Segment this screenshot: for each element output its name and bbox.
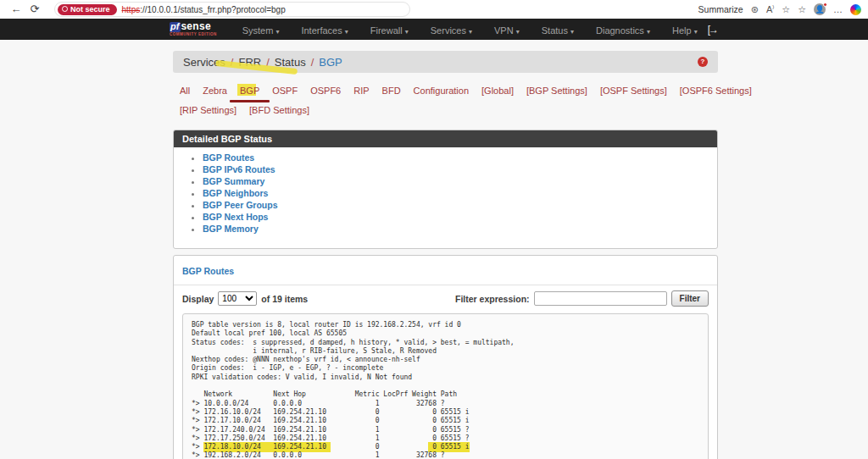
nav-item-services[interactable]: Services ▾ xyxy=(431,25,472,36)
active-tab-underline xyxy=(230,100,270,102)
tab-bgp[interactable]: BGP xyxy=(240,86,259,96)
chevron-down-icon: ▾ xyxy=(570,28,574,36)
tab-all[interactable]: All xyxy=(180,86,190,96)
tab-zebra[interactable]: Zebra xyxy=(203,86,227,96)
pfsense-navbar: pfsense COMMUNITY EDITION System ▾Interf… xyxy=(0,19,868,40)
tab-ospf6[interactable]: OSPF6 xyxy=(310,86,341,96)
reload-icon[interactable]: ⟳ xyxy=(25,0,44,19)
tab-ospf[interactable]: OSPF xyxy=(272,86,298,96)
notification-dot xyxy=(823,3,827,7)
chevron-down-icon: ▾ xyxy=(694,28,698,36)
breadcrumb-services: Services xyxy=(183,56,225,69)
nav-item-vpn[interactable]: VPN ▾ xyxy=(494,25,520,36)
divider xyxy=(174,285,717,285)
chevron-down-icon: ▾ xyxy=(275,28,279,36)
filter-expression-label: Filter expression: xyxy=(455,294,530,304)
url-text[interactable]: https://10.0.0.1/status_frr.php?protocol… xyxy=(122,5,286,14)
link-bgp-memory[interactable]: BGP Memory xyxy=(203,224,259,234)
url-scheme-struck: https xyxy=(122,5,141,14)
breadcrumb-status: Status xyxy=(275,56,306,69)
link-bgp-neighbors[interactable]: BGP Neighbors xyxy=(203,188,268,198)
logo-sense-text: sense xyxy=(181,21,211,31)
chevron-down-icon: ▾ xyxy=(516,28,520,36)
breadcrumb-frr: FRR xyxy=(238,56,261,69)
tab-configuration[interactable]: Configuration xyxy=(414,86,469,96)
detailed-bgp-status-panel: Detailed BGP Status BGP RoutesBGP IPv6 R… xyxy=(173,130,718,249)
address-bar[interactable]: Not secure https://10.0.0.1/status_frr.p… xyxy=(54,2,410,17)
list-item: BGP Memory xyxy=(203,224,709,234)
profile-avatar[interactable]: 👤 xyxy=(814,3,826,15)
nav-item-firewall[interactable]: Firewall ▾ xyxy=(370,25,409,36)
bgp-route-output: BGP table version is 8, local router ID … xyxy=(182,313,709,459)
not-secure-badge[interactable]: Not secure xyxy=(58,4,117,15)
filter-expression-input[interactable] xyxy=(534,291,667,306)
more-menu-icon[interactable]: … xyxy=(833,4,843,14)
list-item: BGP Next Hops xyxy=(203,213,709,222)
breadcrumb-bgp-link[interactable]: BGP xyxy=(319,56,342,69)
panel-title: Detailed BGP Status xyxy=(174,130,717,147)
breadcrumb-separator: / xyxy=(266,56,270,69)
breadcrumb: Services / FRR / Status / BGP ? xyxy=(173,51,718,73)
nav-menu: System ▾Interfaces ▾Firewall ▾Services ▾… xyxy=(242,22,698,37)
nav-item-status[interactable]: Status ▾ xyxy=(542,25,574,36)
chevron-down-icon: ▾ xyxy=(345,28,348,36)
summarize-label[interactable]: Summarize xyxy=(698,4,743,14)
tab-bfd-settings[interactable]: [BFD Settings] xyxy=(249,105,309,115)
display-suffix: of 19 items xyxy=(261,294,308,304)
list-item: BGP Summary xyxy=(203,177,709,186)
bgp-status-links: BGP RoutesBGP IPv6 RoutesBGP SummaryBGP … xyxy=(182,153,709,234)
bgp-routes-panel: BGP Routes Display 100 of 19 items Filte… xyxy=(173,255,718,459)
link-bgp-peer-groups[interactable]: BGP Peer Groups xyxy=(203,200,278,210)
summarize-icon[interactable]: ⊛ xyxy=(751,4,759,15)
nav-item-help[interactable]: Help ▾ xyxy=(672,25,698,36)
tab-bar: AllZebraBGPOSPFOSPF6RIPBFDConfiguration[… xyxy=(173,86,718,115)
nav-item-system[interactable]: System ▾ xyxy=(242,25,280,36)
page-body: Services / FRR / Status / BGP ? AllZebra… xyxy=(0,40,868,459)
display-label: Display xyxy=(182,294,214,304)
breadcrumb-separator: / xyxy=(231,56,234,69)
list-item: BGP IPv6 Routes xyxy=(203,165,709,174)
link-bgp-next-hops[interactable]: BGP Next Hops xyxy=(203,212,268,222)
list-item: BGP Neighbors xyxy=(203,189,709,198)
browser-chrome: ← ⟳ Not secure https://10.0.0.1/status_f… xyxy=(0,0,868,19)
collections-icon[interactable]: ☆ xyxy=(798,4,806,15)
tab-bfd[interactable]: BFD xyxy=(382,86,401,96)
nav-item-diagnostics[interactable]: Diagnostics ▾ xyxy=(596,25,650,36)
filter-button[interactable]: Filter xyxy=(671,290,709,307)
chevron-down-icon: ▾ xyxy=(405,28,409,36)
tab-rip[interactable]: RIP xyxy=(353,86,369,96)
tab-bgp-settings[interactable]: [BGP Settings] xyxy=(526,86,587,96)
list-item: BGP Routes xyxy=(203,153,709,163)
link-bgp-ipv6-routes[interactable]: BGP IPv6 Routes xyxy=(203,164,275,174)
logo-edition-text: COMMUNITY EDITION xyxy=(170,33,217,37)
link-bgp-summary[interactable]: BGP Summary xyxy=(203,176,264,186)
tab-row-2: [RIP Settings][BFD Settings] xyxy=(180,105,718,115)
link-bgp-routes[interactable]: BGP Routes xyxy=(203,152,254,163)
chevron-down-icon: ▾ xyxy=(469,28,472,36)
tab-row-1: AllZebraBGPOSPFOSPF6RIPBFDConfiguration[… xyxy=(180,86,718,96)
help-icon[interactable]: ? xyxy=(698,57,708,67)
nav-item-interfaces[interactable]: Interfaces ▾ xyxy=(301,25,348,36)
tab-rip-settings[interactable]: [RIP Settings] xyxy=(180,105,236,115)
info-icon xyxy=(62,6,68,12)
tab-ospf-settings[interactable]: [OSPF Settings] xyxy=(600,86,667,96)
logout-icon[interactable]: [→ xyxy=(708,24,717,36)
yellow-marker-route-row: 172.18.10.0/24 169.254.21.10 xyxy=(203,443,330,451)
chevron-down-icon: ▾ xyxy=(647,28,650,36)
display-count-select[interactable]: 100 xyxy=(218,291,257,306)
back-icon[interactable]: ← xyxy=(7,0,25,19)
read-aloud-icon[interactable]: A) xyxy=(766,4,774,14)
bgp-routes-heading-link[interactable]: BGP Routes xyxy=(182,266,234,276)
logo-pf-mark: pf xyxy=(170,22,181,32)
pfsense-logo[interactable]: pfsense COMMUNITY EDITION xyxy=(170,21,217,37)
breadcrumb-separator: / xyxy=(311,56,314,69)
favorites-star-icon[interactable]: ☆ xyxy=(782,4,790,15)
yellow-marker-route-row: 0 65515 i xyxy=(428,443,469,451)
tab-global[interactable]: [Global] xyxy=(481,86,514,96)
list-item: BGP Peer Groups xyxy=(203,201,709,210)
copilot-icon[interactable] xyxy=(850,4,861,15)
url-rest: ://10.0.0.1/status_frr.php?protocol=bgp xyxy=(140,5,286,14)
tab-ospf6-settings[interactable]: [OSPF6 Settings] xyxy=(680,86,752,96)
